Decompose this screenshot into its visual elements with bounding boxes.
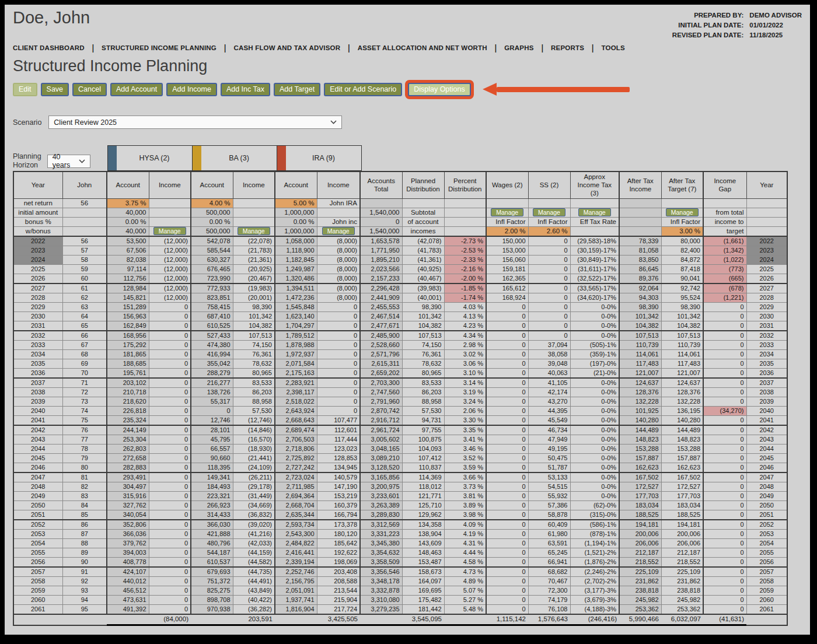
cell: 0 <box>317 368 360 378</box>
cell: 1,000,000 <box>275 226 317 236</box>
cell: 2,703,300 <box>360 378 402 388</box>
cell: 194,181 <box>661 520 703 530</box>
cell: 4.89 % <box>444 576 486 586</box>
cell: 0 <box>486 312 528 321</box>
column-header: SS (2) <box>528 172 570 198</box>
nav-item-tools[interactable]: TOOLS <box>601 44 624 51</box>
cell: 2038 <box>746 387 787 397</box>
manage-button[interactable]: Manage <box>666 208 699 216</box>
cell: 542,078 <box>191 236 233 246</box>
cell: 2,283,921 <box>275 378 317 388</box>
cell: 379,762 <box>107 538 149 548</box>
cell: 181,442 <box>402 604 444 614</box>
manage-button[interactable]: Manage <box>153 227 186 235</box>
cell: 47,949 <box>528 435 570 444</box>
cell: 128,984 <box>107 284 149 293</box>
cell: 2,916,712 <box>360 415 402 425</box>
cell: 2037 <box>746 378 787 388</box>
add-inc-tax-button[interactable]: Add Inc Tax <box>221 83 270 96</box>
page-header: Doe, John PREPARED BY: DEMO ADVISOR INIT… <box>13 8 802 38</box>
cell: 2023 <box>13 246 62 255</box>
cell: 4.34 % <box>444 331 486 341</box>
cell: 93 <box>62 586 107 595</box>
edit-button[interactable]: Edit <box>13 83 37 96</box>
cell: 474,380 <box>191 340 233 349</box>
manage-button[interactable]: Manage <box>322 227 355 235</box>
year-row-2024: 20245882,038(12,000)630,327(21,361)1,182… <box>13 255 787 264</box>
cell: 129,962 <box>402 510 444 520</box>
cell: (44,491) <box>233 576 275 586</box>
cell: 75 <box>62 415 107 425</box>
cell: 1,058,000 <box>275 236 317 246</box>
cell: 0 <box>486 491 528 501</box>
add-income-button[interactable]: Add Income <box>166 83 217 96</box>
cell: 0 <box>528 312 570 321</box>
cell: 101,342 <box>619 312 661 321</box>
cell: 825,275 <box>191 586 233 595</box>
cell: 231,862 <box>661 576 703 586</box>
cell: 200,006 <box>661 529 703 538</box>
edit-or-add-scenario-button[interactable]: Edit or Add Scenario <box>324 83 402 96</box>
cell: 80,965 <box>233 368 275 378</box>
cell: 0 <box>486 595 528 604</box>
cancel-button[interactable]: Cancel <box>72 83 107 96</box>
cell: 2030 <box>746 312 787 321</box>
cell: 2040 <box>746 406 787 415</box>
cell: 76,108 <box>528 604 570 614</box>
cell: 60 <box>62 274 107 284</box>
nav-item-structured-income-planning[interactable]: STRUCTURED INCOME PLANNING <box>102 44 217 51</box>
cell: 162,623 <box>619 463 661 473</box>
cell: net return <box>13 198 62 208</box>
cell: 58,878 <box>528 510 570 520</box>
scenario-select[interactable]: Client Review 2025 <box>48 116 342 129</box>
save-button[interactable]: Save <box>41 83 69 96</box>
cell: 0 <box>703 557 746 567</box>
add-account-button[interactable]: Add Account <box>110 83 163 96</box>
cell: 53,500 <box>107 236 149 246</box>
nav-separator: | <box>92 43 94 52</box>
nav-item-reports[interactable]: REPORTS <box>551 44 584 51</box>
manage-button[interactable]: Manage <box>491 208 523 216</box>
cell: 39,048 <box>528 359 570 368</box>
cell: 0 <box>486 529 528 538</box>
nav-item-asset-allocation-and-net-worth[interactable]: ASSET ALLOCATION AND NET WORTH <box>358 44 487 51</box>
cell: 198,069 <box>317 557 360 567</box>
year-row-2036: 203670195,7610288,27980,9652,175,16302,6… <box>13 368 787 378</box>
nav-item-cash-flow-and-tax-advisor[interactable]: CASH FLOW AND TAX ADVISOR <box>233 44 340 51</box>
cell: 0 <box>486 567 528 577</box>
nav-item-graphs[interactable]: GRAPHS <box>504 44 533 51</box>
cell: 194,181 <box>619 520 661 530</box>
year-row-2050: 205084327,7620266,923(34,669)2,668,70416… <box>13 501 787 510</box>
cell: 366,030 <box>191 520 233 530</box>
planning-horizon-select[interactable]: 40 years <box>47 155 90 168</box>
cell <box>619 226 661 236</box>
cell: 92 <box>62 576 107 586</box>
cell: 195,761 <box>107 368 149 378</box>
cell: 114,369 <box>402 473 444 482</box>
cell: 0 <box>528 331 570 341</box>
cell: 0 <box>317 340 360 349</box>
display-options-button[interactable]: Display Options <box>408 83 471 96</box>
cell: 110,739 <box>619 340 661 349</box>
cell: 2037 <box>13 378 62 388</box>
cell: 723,990 <box>191 274 233 284</box>
cell: (42,078) <box>402 236 444 246</box>
cell: 107,513 <box>402 331 444 341</box>
cell: (30,159)-17% <box>570 246 619 255</box>
manage-button[interactable]: Manage <box>578 208 611 216</box>
cell: 2,477,671 <box>360 321 402 331</box>
cell: 94 <box>62 595 107 604</box>
cell: 162,623 <box>661 463 703 473</box>
manage-button[interactable]: Manage <box>533 208 565 216</box>
cell: 2058 <box>746 576 787 586</box>
nav-item-client-dashboard[interactable]: CLIENT DASHBOARD <box>13 44 85 51</box>
cell: 0 <box>149 415 191 425</box>
chevron-down-icon <box>330 120 337 124</box>
add-target-button[interactable]: Add Target <box>274 83 320 96</box>
cell: (8,000) <box>317 236 360 246</box>
cell: (41,216) <box>233 529 275 538</box>
cell: 78,339 <box>619 236 661 246</box>
year-row-2048: 204882304,4970184,493(29,178)2,711,98514… <box>13 482 787 491</box>
cell: 0 <box>317 378 360 388</box>
manage-button[interactable]: Manage <box>238 227 270 235</box>
